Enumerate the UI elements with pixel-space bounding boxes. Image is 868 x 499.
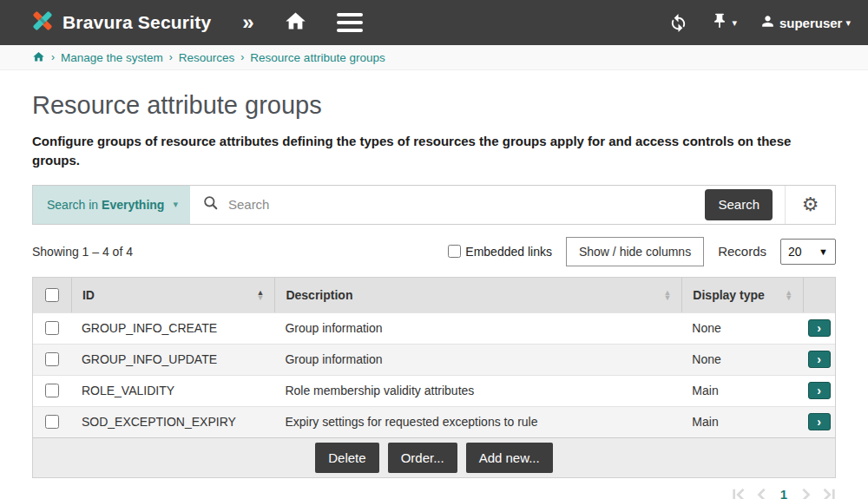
collapse-menu-icon[interactable]: » bbox=[242, 12, 253, 33]
chevron-down-icon: ▾ bbox=[173, 199, 178, 210]
row-checkbox[interactable] bbox=[45, 384, 59, 397]
cell-description: Expiry settings for requested exceptions… bbox=[274, 407, 681, 437]
breadcrumb-link-resource-attribute-groups[interactable]: Resource attribute groups bbox=[250, 51, 385, 64]
breadcrumb-separator: › bbox=[169, 51, 173, 63]
pagination: 1 bbox=[32, 487, 836, 499]
page-description: Configure groups of resource attributes … bbox=[32, 132, 835, 170]
menu-hamburger-icon[interactable] bbox=[337, 13, 363, 32]
current-page-number[interactable]: 1 bbox=[780, 487, 787, 499]
open-row-button[interactable]: › bbox=[808, 413, 831, 430]
table-header-row: ID ▲▼ Description ▲▼ Display type ▲▼ bbox=[33, 278, 835, 312]
pushpin-icon bbox=[711, 12, 728, 33]
breadcrumb-link-manage-system[interactable]: Manage the system bbox=[61, 51, 163, 64]
user-icon bbox=[760, 13, 776, 33]
brand-logo[interactable]: Bravura Security bbox=[30, 8, 211, 37]
breadcrumb-link-resources[interactable]: Resources bbox=[179, 51, 235, 64]
chevron-down-icon: ▾ bbox=[845, 18, 851, 28]
search-settings[interactable]: ⚙ bbox=[785, 186, 835, 224]
breadcrumb-home-icon[interactable] bbox=[32, 50, 45, 64]
column-header-description[interactable]: Description ▲▼ bbox=[274, 278, 681, 312]
open-row-button[interactable]: › bbox=[808, 382, 831, 399]
table-footer: Delete Order... Add new... bbox=[33, 437, 835, 477]
brand-name: Bravura Security bbox=[62, 12, 211, 33]
resource-attribute-groups-table: ID ▲▼ Description ▲▼ Display type ▲▼ GRO… bbox=[32, 277, 836, 478]
previous-page-icon[interactable] bbox=[754, 487, 770, 499]
table-row: GROUP_INFO_CREATE Group information None… bbox=[33, 312, 835, 344]
cell-id: GROUP_INFO_UPDATE bbox=[71, 345, 274, 375]
cell-display-type: None bbox=[681, 313, 803, 344]
breadcrumb-separator: › bbox=[240, 51, 244, 63]
table-row: GROUP_INFO_UPDATE Group information None… bbox=[33, 344, 835, 375]
breadcrumb-separator: › bbox=[51, 51, 55, 63]
top-navbar: Bravura Security » ▾ superuser ▾ bbox=[0, 0, 868, 45]
order-button[interactable]: Order... bbox=[388, 443, 457, 473]
column-header-display-type[interactable]: Display type ▲▼ bbox=[681, 278, 803, 312]
chevron-down-icon: ▼ bbox=[819, 246, 828, 257]
refresh-icon[interactable] bbox=[668, 13, 688, 33]
search-scope-value: Everything bbox=[102, 198, 164, 212]
page-title: Resource attribute groups bbox=[32, 91, 836, 120]
cell-display-type: None bbox=[681, 345, 803, 375]
show-hide-columns-button[interactable]: Show / hide columns bbox=[566, 237, 704, 266]
last-page-icon[interactable] bbox=[820, 487, 836, 499]
sort-icon: ▲▼ bbox=[778, 290, 792, 300]
search-button[interactable]: Search bbox=[705, 189, 773, 220]
chevron-down-icon: ▾ bbox=[732, 18, 737, 28]
select-all-checkbox[interactable] bbox=[45, 288, 59, 302]
row-checkbox[interactable] bbox=[45, 352, 59, 366]
table-row: ROLE_VALIDITY Role membership validity a… bbox=[33, 375, 835, 406]
embedded-links-label: Embedded links bbox=[465, 245, 552, 259]
row-checkbox[interactable] bbox=[45, 321, 59, 335]
pin-menu[interactable]: ▾ bbox=[711, 12, 737, 33]
home-icon[interactable] bbox=[284, 10, 307, 36]
cell-description: Role membership validity attributes bbox=[274, 376, 681, 406]
bravura-logo-icon bbox=[30, 8, 56, 37]
embedded-links-toggle[interactable]: Embedded links bbox=[448, 245, 552, 259]
open-row-button[interactable]: › bbox=[808, 319, 831, 337]
next-page-icon[interactable] bbox=[798, 487, 813, 499]
username-label: superuser bbox=[779, 16, 843, 30]
search-scope-prefix: Search in bbox=[47, 198, 98, 212]
search-scope-dropdown[interactable]: Search in Everything ▾ bbox=[33, 186, 190, 224]
column-header-id[interactable]: ID ▲▼ bbox=[71, 278, 274, 312]
records-per-page-select[interactable]: 20 ▼ bbox=[780, 239, 836, 265]
cell-id: SOD_EXCEPTION_EXPIRY bbox=[71, 407, 274, 437]
sort-icon: ▲▼ bbox=[656, 290, 671, 300]
cell-id: ROLE_VALIDITY bbox=[71, 376, 274, 406]
cell-display-type: Main bbox=[681, 407, 803, 437]
cell-description: Group information bbox=[274, 313, 681, 344]
gear-icon: ⚙ bbox=[802, 195, 819, 214]
delete-button[interactable]: Delete bbox=[315, 443, 378, 473]
cell-display-type: Main bbox=[681, 376, 803, 406]
records-label: Records bbox=[718, 244, 766, 259]
table-controls: Showing 1 – 4 of 4 Embedded links Show /… bbox=[32, 237, 836, 266]
search-bar: Search in Everything ▾ Search ⚙ bbox=[32, 185, 836, 225]
cell-description: Group information bbox=[274, 345, 681, 375]
embedded-links-checkbox[interactable] bbox=[448, 245, 461, 258]
records-value: 20 bbox=[788, 245, 802, 259]
row-checkbox[interactable] bbox=[45, 415, 59, 429]
showing-count-label: Showing 1 – 4 of 4 bbox=[32, 245, 133, 259]
search-input[interactable] bbox=[228, 197, 697, 212]
table-row: SOD_EXCEPTION_EXPIRY Expiry settings for… bbox=[33, 406, 835, 437]
breadcrumb: › Manage the system › Resources › Resour… bbox=[0, 45, 868, 70]
first-page-icon[interactable] bbox=[732, 487, 747, 499]
user-menu[interactable]: superuser ▾ bbox=[760, 13, 851, 33]
search-icon bbox=[202, 194, 220, 215]
add-new-button[interactable]: Add new... bbox=[466, 443, 553, 473]
sort-icon: ▲▼ bbox=[250, 290, 265, 300]
open-row-button[interactable]: › bbox=[808, 351, 831, 368]
cell-id: GROUP_INFO_CREATE bbox=[71, 313, 274, 344]
